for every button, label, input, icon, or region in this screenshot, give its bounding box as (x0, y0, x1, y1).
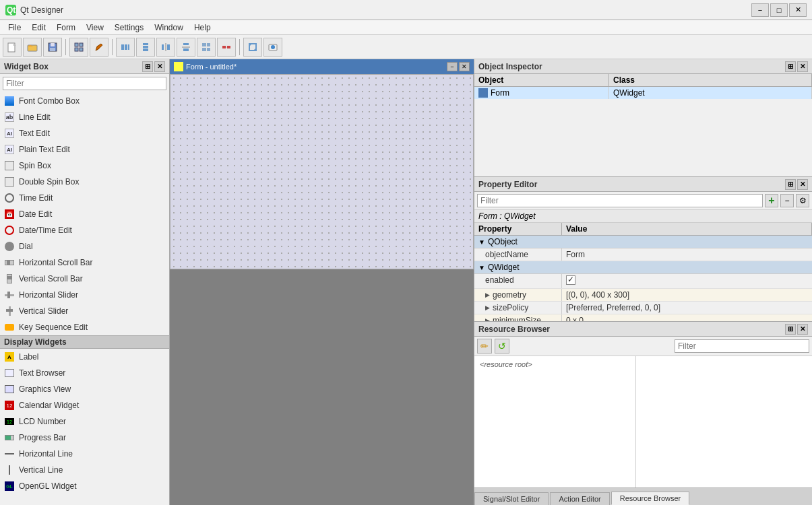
minimize-button[interactable]: − (751, 3, 769, 17)
widget-item-line-edit[interactable]: ab Line Edit (0, 109, 169, 125)
widget-label-dial: Dial (19, 242, 33, 251)
enabled-checkbox[interactable] (566, 275, 575, 285)
widget-item-plain-text-edit[interactable]: AI Plain Text Edit (0, 141, 169, 158)
widget-item-horizontal-slider[interactable]: Horizontal Slider (0, 287, 169, 303)
widget-item-opengl-widget[interactable]: GL OpenGL Widget (0, 478, 169, 494)
property-editor-float[interactable]: ⊞ (785, 179, 796, 190)
menu-settings[interactable]: Settings (109, 22, 149, 34)
property-table: ▼ QObject objectName Form ▼ QWidget enab… (474, 236, 812, 321)
resource-browser-close[interactable]: ✕ (797, 324, 808, 335)
property-remove-button[interactable]: − (780, 194, 794, 207)
layout-break-button[interactable] (217, 38, 236, 57)
layout-form-button[interactable] (197, 38, 216, 57)
widget-item-datetime-edit[interactable]: Date/Time Edit (0, 222, 169, 238)
widget-item-graphics-view[interactable]: Graphics View (0, 381, 169, 397)
property-col-property: Property (474, 223, 562, 235)
resource-refresh-button[interactable]: ↺ (495, 339, 509, 354)
object-inspector-float[interactable]: ⊞ (785, 61, 796, 72)
menu-form[interactable]: Form (51, 22, 81, 34)
property-editor-header: Property Editor ⊞ ✕ (474, 177, 812, 192)
double-spin-box-icon (4, 176, 15, 187)
layout-h-button[interactable] (116, 38, 135, 57)
object-inspector-controls: ⊞ ✕ (785, 61, 808, 72)
property-add-button[interactable]: + (765, 194, 778, 207)
new-button[interactable] (3, 38, 22, 57)
adjust-size-button[interactable] (243, 38, 262, 57)
layout-grid-v-button[interactable] (177, 38, 195, 57)
widget-box-close[interactable]: ✕ (154, 61, 165, 72)
mode-widget-button[interactable] (69, 38, 88, 57)
maximize-button[interactable]: □ (770, 3, 788, 17)
menu-file[interactable]: File (3, 22, 26, 34)
prop-row-objectname[interactable]: objectName Form (474, 248, 812, 261)
resource-filter-input[interactable] (675, 339, 809, 353)
prop-row-minimumsize[interactable]: ▶ minimumSize 0 x 0 (474, 314, 812, 321)
widget-filter-input[interactable] (3, 77, 166, 90)
prop-value-minimumsize[interactable]: 0 x 0 (562, 314, 812, 321)
widget-item-label[interactable]: A Label (0, 349, 169, 365)
prop-value-sizepolicy[interactable]: [Preferred, Preferred, 0, 0] (562, 302, 812, 314)
datetime-edit-icon (4, 225, 15, 236)
object-inspector-row[interactable]: Form QWidget (474, 87, 812, 99)
widget-box-float[interactable]: ⊞ (142, 61, 153, 72)
open-button[interactable] (23, 38, 42, 57)
widget-item-key-sequence-edit[interactable]: Key Sequence Edit (0, 319, 169, 335)
menu-window[interactable]: Window (149, 22, 189, 34)
property-editor-close[interactable]: ✕ (797, 179, 808, 190)
date-edit-icon: 📅 (4, 209, 15, 220)
form-minimize-button[interactable]: − (447, 62, 458, 71)
menu-view[interactable]: View (81, 22, 109, 34)
preview-button[interactable] (263, 38, 282, 57)
resource-root-item[interactable]: <resource root> (477, 359, 633, 370)
widget-item-horizontal-scroll-bar[interactable]: Horizontal Scroll Bar (0, 255, 169, 271)
widget-item-date-edit[interactable]: 📅 Date Edit (0, 206, 169, 222)
form-close-button[interactable]: ✕ (459, 62, 470, 71)
toolbar-separator-1 (65, 39, 66, 55)
widget-item-double-spin-box[interactable]: Double Spin Box (0, 174, 169, 190)
tab-resource-browser[interactable]: Resource Browser (611, 492, 689, 505)
close-button[interactable]: ✕ (789, 3, 807, 17)
layout-v-button[interactable] (136, 38, 155, 57)
prop-value-geometry[interactable]: [(0, 0), 400 x 300] (562, 289, 812, 301)
prop-row-geometry[interactable]: ▶ geometry [(0, 0), 400 x 300] (474, 289, 812, 302)
tab-signal-slot-editor[interactable]: Signal/Slot Editor (474, 492, 549, 505)
resource-browser-float[interactable]: ⊞ (785, 324, 796, 335)
svg-rect-23 (183, 43, 189, 45)
resource-edit-button[interactable]: ✏ (477, 339, 492, 354)
qwidget-group-arrow: ▼ (478, 264, 485, 271)
mode-edit-button[interactable] (90, 38, 108, 57)
property-subtitle: Form : QWidget (474, 210, 812, 223)
widget-item-vertical-slider[interactable]: Vertical Slider (0, 303, 169, 319)
prop-row-sizepolicy[interactable]: ▶ sizePolicy [Preferred, Preferred, 0, 0… (474, 302, 812, 314)
widget-item-progress-bar[interactable]: Progress Bar (0, 430, 169, 446)
layout-grid-h-button[interactable] (156, 38, 175, 57)
prop-value-objectname[interactable]: Form (562, 248, 812, 261)
widget-item-text-browser[interactable]: Text Browser (0, 365, 169, 381)
property-col-value: Value (562, 223, 812, 235)
widget-item-text-edit[interactable]: AI Text Edit (0, 125, 169, 141)
property-editor-title: Property Editor (478, 180, 537, 189)
widget-item-time-edit[interactable]: Time Edit (0, 190, 169, 206)
widget-item-lcd-number[interactable]: 12 LCD Number (0, 413, 169, 430)
widget-item-vertical-scroll-bar[interactable]: Vertical Scroll Bar (0, 271, 169, 287)
menu-help[interactable]: Help (189, 22, 216, 34)
widget-item-horizontal-line[interactable]: Horizontal Line (0, 446, 169, 462)
widget-label-spin-box: Spin Box (19, 161, 51, 170)
property-config-button[interactable]: ⚙ (796, 194, 809, 207)
svg-rect-31 (227, 46, 230, 48)
widget-item-vertical-line[interactable]: Vertical Line (0, 462, 169, 478)
menu-edit[interactable]: Edit (26, 22, 51, 34)
widget-item-spin-box[interactable]: Spin Box (0, 158, 169, 174)
widget-item-font-combo-box[interactable]: Font Combo Box (0, 93, 169, 109)
widget-item-dial[interactable]: Dial (0, 238, 169, 255)
object-inspector-close[interactable]: ✕ (797, 61, 808, 72)
property-filter-input[interactable] (477, 194, 763, 207)
horizontal-line-icon (4, 448, 15, 459)
svg-rect-15 (125, 44, 127, 50)
form-canvas[interactable] (170, 74, 474, 269)
tab-action-editor[interactable]: Action Editor (550, 492, 609, 505)
prop-row-enabled[interactable]: enabled (474, 274, 812, 289)
widget-item-calendar-widget[interactable]: 12 Calendar Widget (0, 397, 169, 413)
widget-label-horizontal-scroll-bar: Horizontal Scroll Bar (19, 258, 92, 267)
save-button[interactable] (43, 38, 62, 57)
